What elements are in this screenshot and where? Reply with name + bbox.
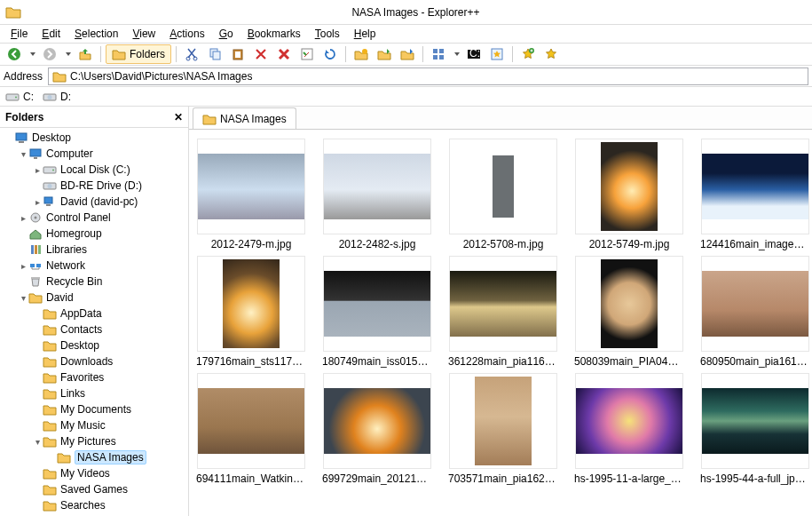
tree-node-my-documents[interactable]: My Documents	[0, 401, 188, 417]
folder-icon	[43, 323, 57, 336]
tree-node-david-david-pc-[interactable]: ▸David (david-pc)	[0, 194, 188, 210]
delete-button[interactable]	[250, 44, 272, 64]
tree-node-downloads[interactable]: Downloads	[0, 353, 188, 369]
up-button[interactable]	[75, 44, 96, 64]
refresh-button[interactable]	[319, 44, 341, 64]
file-name-label: 180749main_iss015e12958_full.jpg	[322, 355, 432, 368]
file-item[interactable]: 2012-2482-s.jpg	[322, 139, 432, 250]
expand-toggle[interactable]: ▸	[18, 261, 28, 271]
menu-actions[interactable]: Actions	[162, 26, 211, 42]
tree-node-contacts[interactable]: Contacts	[0, 322, 188, 337]
delete-permanent-button[interactable]	[273, 44, 295, 64]
expand-toggle[interactable]: ▸	[32, 197, 43, 207]
net-icon	[28, 259, 43, 272]
tree-node-appdata[interactable]: AppData	[0, 306, 188, 322]
copy-to-button[interactable]	[374, 44, 395, 64]
tree-node-network[interactable]: ▸Network	[0, 258, 188, 274]
file-item[interactable]: 361228main_pia11657-full_full.jpg	[448, 256, 558, 368]
tree-node-searches[interactable]: Searches	[0, 497, 188, 513]
drive-d[interactable]: D:	[43, 91, 71, 103]
file-name-label: 680950main_pia16100-full_full.jpg	[700, 355, 810, 368]
file-name-label: 2012-5749-m.jpg	[574, 238, 684, 250]
expand-toggle[interactable]: ▾	[18, 149, 28, 159]
back-history-dropdown[interactable]	[27, 44, 37, 64]
organize-bookmarks-button[interactable]	[486, 44, 508, 64]
menu-selection[interactable]: Selection	[67, 26, 125, 42]
tree-node-favorites[interactable]: Favorites	[0, 369, 188, 385]
menu-bookmarks[interactable]: Bookmarks	[240, 26, 308, 42]
file-item[interactable]: hs-1995-11-a-large_web.jpg	[574, 373, 684, 485]
tree-node-links[interactable]: Links	[0, 385, 188, 401]
tree-node-bd-re-drive-d-[interactable]: BD-RE Drive (D:)	[0, 178, 188, 194]
file-item[interactable]: 694111main_Watkins-2-pia16204_full.jpg	[196, 373, 306, 485]
expand-toggle[interactable]: ▾	[32, 437, 43, 447]
tree-node-homegroup[interactable]: Homegroup	[0, 226, 188, 242]
open-cmd-button[interactable]: C:\	[463, 44, 485, 64]
file-item[interactable]: 703571main_pia16239-full_full.jpg	[448, 373, 558, 485]
menu-go[interactable]: Go	[212, 26, 240, 42]
tree-node-my-videos[interactable]: My Videos	[0, 465, 188, 481]
cut-button[interactable]	[181, 44, 202, 64]
tree-node-libraries[interactable]: Libraries	[0, 242, 188, 258]
file-item[interactable]: hs-1995-44-a-full_jpg.jpg	[700, 373, 810, 485]
file-thumbnail	[197, 139, 305, 234]
address-input[interactable]: C:\Users\David\Pictures\NASA Images	[48, 67, 808, 85]
tree-node-my-pictures[interactable]: ▾My Pictures	[0, 433, 188, 449]
separator	[512, 46, 513, 62]
tab-nasa-images[interactable]: NASA Images	[193, 107, 296, 129]
back-button[interactable]	[4, 44, 25, 64]
file-item[interactable]: 680950main_pia16100-full_full.jpg	[700, 256, 810, 368]
expand-toggle[interactable]: ▸	[18, 213, 28, 223]
menu-help[interactable]: Help	[347, 26, 383, 42]
tree-node-control-panel[interactable]: ▸Control Panel	[0, 210, 188, 226]
tree-node-david[interactable]: ▾David	[0, 290, 188, 306]
bookmarks-button[interactable]	[540, 44, 562, 64]
folder-tree[interactable]: Desktop▾Computer▸Local Disk (C:)BD-RE Dr…	[0, 128, 188, 516]
tree-node-saved-games[interactable]: Saved Games	[0, 481, 188, 497]
file-name-label: 694111main_Watkins-2-pia16204_full.jpg	[196, 472, 306, 485]
tree-close-button[interactable]: ✕	[174, 111, 183, 123]
tree-node-local-disk-c-[interactable]: ▸Local Disk (C:)	[0, 162, 188, 178]
copy-button[interactable]	[204, 44, 225, 64]
svg-rect-25	[34, 157, 37, 159]
add-bookmark-button[interactable]	[517, 44, 539, 64]
file-item[interactable]: 124416main_image_feature_380_ys_full.jpg	[700, 139, 810, 250]
tree-node-desktop[interactable]: Desktop	[0, 130, 188, 146]
file-item[interactable]: 699729main_201210239-4_full.jpg	[322, 373, 432, 485]
folders-toggle[interactable]: Folders	[106, 44, 171, 64]
file-item[interactable]: 180749main_iss015e12958_full.jpg	[322, 256, 432, 368]
paste-button[interactable]	[227, 44, 248, 64]
properties-button[interactable]	[296, 44, 318, 64]
expand-toggle[interactable]: ▸	[32, 165, 43, 175]
menu-view[interactable]: View	[125, 26, 162, 42]
drive-c[interactable]: C:	[5, 91, 34, 103]
svg-point-19	[15, 96, 17, 98]
new-folder-button[interactable]	[351, 44, 372, 64]
file-item[interactable]: 2012-5708-m.jpg	[448, 139, 558, 250]
tree-node-my-music[interactable]: My Music	[0, 417, 188, 433]
file-item[interactable]: 179716main_sts117-s-045_full.jpg	[196, 256, 306, 368]
folder-icon	[43, 419, 57, 432]
svg-rect-11	[439, 49, 444, 53]
separator	[422, 46, 423, 62]
file-item[interactable]: 2012-5749-m.jpg	[574, 139, 684, 250]
views-button[interactable]	[428, 44, 449, 64]
tree-node-recycle-bin[interactable]: Recycle Bin	[0, 274, 188, 290]
file-item[interactable]: 2012-2479-m.jpg	[196, 139, 306, 250]
views-dropdown[interactable]	[451, 44, 461, 64]
tree-node-desktop[interactable]: Desktop	[0, 337, 188, 353]
file-item[interactable]: 508039main_PIA04866_full.jpg	[574, 256, 684, 368]
tree-node-nasa-images[interactable]: NASA Images	[0, 449, 188, 465]
file-thumbnails-view[interactable]: 2012-2479-m.jpg2012-2482-s.jpg2012-5708-…	[189, 130, 812, 516]
forward-button[interactable]	[39, 44, 60, 64]
menu-file[interactable]: File	[4, 26, 35, 42]
tree-node-computer[interactable]: ▾Computer	[0, 146, 188, 162]
toolbar: Folders C:\	[0, 43, 812, 66]
forward-history-dropdown[interactable]	[62, 44, 73, 64]
menu-edit[interactable]: Edit	[35, 26, 67, 42]
drive-label: C:	[23, 91, 34, 103]
menu-tools[interactable]: Tools	[308, 26, 347, 42]
move-to-button[interactable]	[397, 44, 418, 64]
folder-icon	[43, 371, 57, 384]
expand-toggle[interactable]: ▾	[18, 293, 28, 303]
